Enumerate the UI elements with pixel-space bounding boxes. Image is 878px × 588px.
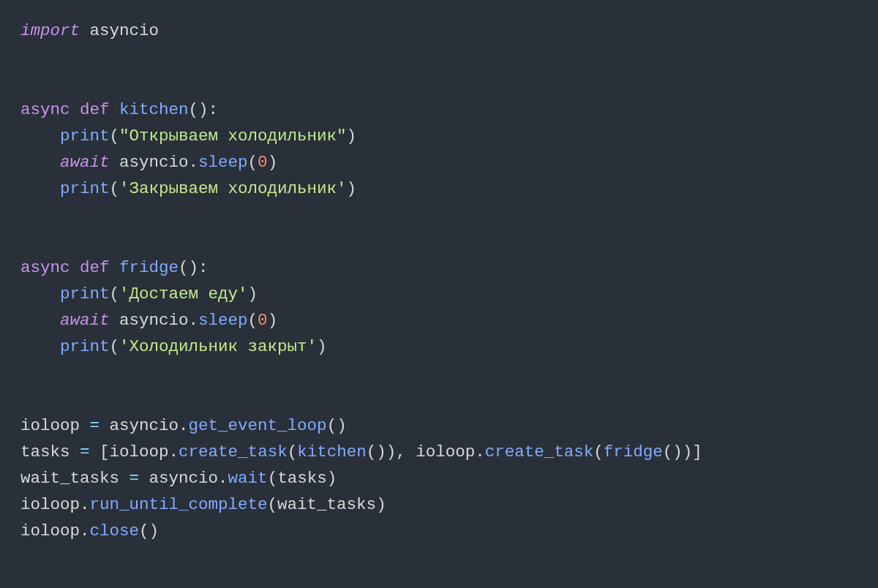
token-call: print: [60, 284, 110, 304]
token-punc: [: [100, 442, 110, 461]
token-punc: [80, 21, 90, 40]
token-str: "Открываем холодильник": [119, 127, 347, 146]
token-punc: .: [80, 495, 90, 514]
token-punc: [70, 442, 80, 461]
token-punc: .: [218, 469, 228, 488]
token-call: create_task: [179, 442, 288, 461]
token-kw: async: [20, 100, 70, 119]
token-kw: def: [80, 258, 110, 277]
token-punc: .: [189, 311, 199, 330]
token-mod: asyncio: [119, 153, 189, 172]
token-call: sleep: [198, 153, 248, 172]
code-line[interactable]: wait_tasks = asyncio.wait(tasks): [20, 465, 858, 491]
token-call: get_event_loop: [189, 416, 327, 435]
token-punc: (: [248, 311, 258, 330]
token-punc: ():: [179, 258, 209, 277]
code-editor-viewport[interactable]: import asyncio async def kitchen(): prin…: [0, 0, 878, 562]
token-punc: ()),: [367, 442, 416, 461]
token-punc: (: [268, 495, 278, 514]
token-str: 'Достаем еду': [119, 284, 248, 304]
token-punc: [110, 258, 120, 277]
token-kw: def: [80, 100, 110, 119]
token-punc: .: [179, 416, 189, 435]
token-punc: [119, 469, 130, 488]
code-line[interactable]: print("Открываем холодильник"): [20, 123, 858, 149]
token-str: 'Холодильник закрыт': [119, 337, 317, 356]
token-await: await: [60, 153, 110, 172]
token-var: ioloop: [20, 495, 80, 514]
token-punc: [110, 153, 120, 172]
code-line[interactable]: tasks = [ioloop.create_task(kitchen()), …: [20, 439, 858, 465]
code-line[interactable]: [20, 228, 858, 255]
token-var: ioloop: [20, 416, 80, 435]
token-punc: .: [189, 153, 199, 172]
token-punc: .: [80, 521, 90, 540]
code-line[interactable]: print('Закрываем холодильник'): [20, 176, 858, 202]
token-punc: [90, 442, 100, 461]
code-line[interactable]: ioloop = asyncio.get_event_loop(): [20, 412, 858, 439]
token-punc: [110, 311, 120, 330]
token-punc: ]: [692, 442, 702, 461]
token-kw2: import: [20, 21, 80, 40]
token-punc: (): [327, 416, 347, 435]
token-fndef: fridge: [119, 258, 179, 277]
token-mod: asyncio: [110, 416, 179, 435]
code-line[interactable]: [20, 44, 858, 70]
token-call: kitchen: [297, 442, 367, 461]
token-await: await: [60, 311, 110, 330]
token-punc: (: [110, 337, 120, 356]
token-call: close: [90, 521, 140, 540]
token-mod: asyncio: [149, 469, 219, 488]
code-line[interactable]: await asyncio.sleep(0): [20, 149, 858, 176]
code-line[interactable]: [20, 386, 858, 412]
token-num: 0: [258, 311, 268, 330]
token-punc: (: [288, 442, 298, 461]
token-fndef: kitchen: [119, 100, 189, 119]
token-punc: [110, 100, 120, 119]
token-call: sleep: [198, 311, 248, 330]
token-call: wait: [228, 469, 268, 488]
code-line[interactable]: async def kitchen():: [20, 97, 858, 123]
code-line[interactable]: await asyncio.sleep(0): [20, 307, 858, 333]
token-punc: ): [317, 337, 327, 356]
token-call: fridge: [604, 442, 663, 461]
token-call: print: [60, 337, 110, 356]
token-punc: [100, 416, 110, 435]
token-punc: ): [327, 469, 337, 488]
token-kw: async: [20, 258, 70, 277]
token-mod: asyncio: [90, 21, 160, 40]
token-punc: ()): [663, 442, 693, 461]
token-punc: ): [376, 495, 386, 514]
token-call: create_task: [485, 442, 594, 461]
token-var: ioloop: [416, 442, 475, 461]
code-line[interactable]: [20, 202, 858, 228]
code-line[interactable]: ioloop.close(): [20, 518, 858, 544]
token-var: tasks: [20, 442, 70, 461]
code-line[interactable]: async def fridge():: [20, 255, 858, 281]
token-num: 0: [258, 153, 268, 172]
code-line[interactable]: [20, 360, 858, 386]
token-call: print: [60, 127, 110, 146]
token-punc: (: [110, 127, 120, 146]
token-punc: (: [110, 179, 120, 198]
token-op: =: [130, 469, 140, 488]
token-punc: (: [110, 284, 120, 304]
token-punc: (: [268, 469, 278, 488]
token-str: 'Закрываем холодильник': [119, 179, 347, 198]
token-punc: ():: [189, 100, 219, 119]
token-punc: ): [347, 127, 357, 146]
code-line[interactable]: print('Холодильник закрыт'): [20, 333, 858, 360]
token-var: ioloop: [110, 442, 169, 461]
token-punc: (: [248, 153, 258, 172]
token-var: ioloop: [20, 521, 80, 540]
code-line[interactable]: [20, 70, 858, 97]
code-line[interactable]: ioloop.run_until_complete(wait_tasks): [20, 491, 858, 518]
token-punc: [139, 469, 149, 488]
token-op: =: [90, 416, 100, 435]
token-punc: [70, 100, 80, 119]
token-var: wait_tasks: [277, 495, 376, 514]
code-line[interactable]: import asyncio: [20, 18, 858, 44]
token-punc: [80, 416, 90, 435]
token-var: wait_tasks: [20, 469, 119, 488]
code-line[interactable]: print('Достаем еду'): [20, 281, 858, 307]
